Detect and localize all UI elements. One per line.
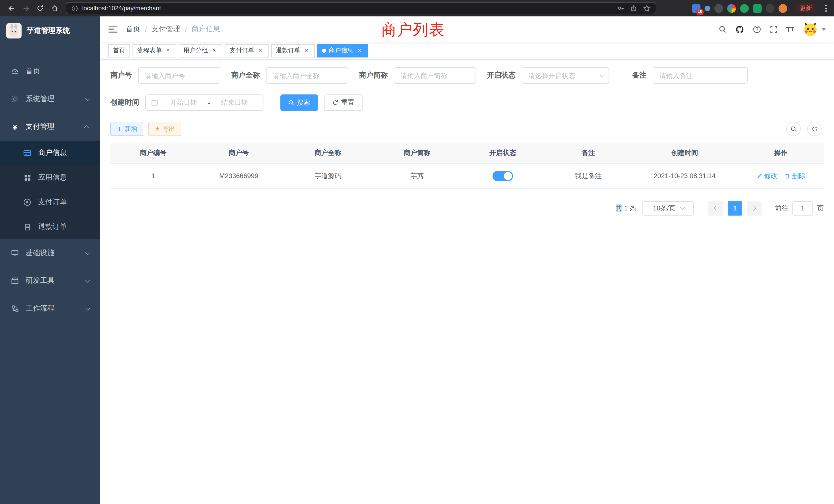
add-button[interactable]: 新增 [110, 122, 143, 136]
sidebar-item-label: 基础设施 [26, 248, 54, 258]
sidebar-item-app-info[interactable]: 应用信息 [0, 165, 100, 190]
tab-refund-order[interactable]: 退款订单× [271, 44, 315, 57]
browser-reload-button[interactable] [34, 2, 46, 14]
next-page-button[interactable] [747, 201, 762, 215]
sidebar-item-refund-order[interactable]: 退款订单 [0, 214, 100, 239]
tab-close-icon[interactable]: × [211, 47, 218, 54]
create-time-field: 创建时间 开始日期 - 结束日期 [110, 94, 263, 111]
breadcrumb-current: 商户信息 [192, 25, 220, 34]
tab-close-icon[interactable]: × [303, 47, 310, 54]
merchant-no-input[interactable] [138, 67, 220, 84]
sidebar-item-workflow[interactable]: 工作流程 [0, 295, 100, 322]
screen: localhost:1024/pay/merchant 10 更新 芋道管理系 [0, 0, 834, 504]
plus-icon [116, 126, 122, 132]
column-header: 商户简称 [374, 143, 460, 163]
tab-flow-form[interactable]: 流程表单× [132, 44, 176, 57]
bookmark-star-icon[interactable] [643, 4, 651, 12]
sidebar-item-payment[interactable]: ¥ 支付管理 [0, 113, 100, 141]
date-start-placeholder: 开始日期 [160, 98, 207, 107]
toolbox-icon [10, 277, 20, 285]
refresh-table-button[interactable] [807, 122, 822, 136]
prev-page-button[interactable] [708, 201, 723, 215]
sidebar-item-pay-order[interactable]: 支付订单 [0, 190, 100, 214]
edit-link[interactable]: 修改 [756, 171, 777, 180]
extension-icon[interactable] [727, 4, 736, 13]
status-toggle[interactable] [492, 171, 513, 181]
extension-icon[interactable]: 10 [692, 4, 701, 13]
fullscreen-icon[interactable] [770, 25, 777, 33]
tab-close-icon[interactable]: × [356, 47, 363, 54]
page-number-button[interactable]: 1 [728, 201, 742, 215]
sidebar-item-label: 工作流程 [26, 304, 54, 313]
date-range-separator: - [207, 99, 211, 107]
browser-back-button[interactable] [5, 2, 18, 14]
reset-button-label: 重置 [341, 98, 354, 107]
profile-avatar-icon[interactable] [778, 4, 787, 13]
user-menu[interactable] [803, 22, 826, 37]
breadcrumb: 首页 / 支付管理 / 商户信息 [126, 25, 220, 34]
logo-rabbit-icon [6, 23, 22, 39]
font-size-icon[interactable]: TT [786, 25, 794, 33]
toggle-search-button[interactable] [786, 122, 800, 136]
search-button[interactable]: 搜索 [280, 94, 318, 111]
sidebar-item-home[interactable]: 首页 [0, 58, 100, 85]
sidebar-item-merchant-info[interactable]: 商户信息 [0, 141, 100, 165]
github-icon[interactable] [735, 25, 744, 33]
password-key-icon[interactable] [617, 5, 624, 12]
tab-close-icon[interactable]: × [257, 47, 264, 54]
breadcrumb-section[interactable]: 支付管理 [152, 25, 180, 34]
export-button[interactable]: 导出 [148, 122, 181, 136]
tab-merchant-info[interactable]: 商户信息× [317, 44, 368, 57]
extensions-puzzle-icon[interactable] [766, 4, 774, 13]
status-select[interactable] [522, 67, 609, 84]
extension-icon[interactable] [714, 4, 723, 13]
chrome-update-button[interactable]: 更新 [794, 3, 817, 13]
search-icon[interactable] [718, 25, 726, 33]
tab-home[interactable]: 首页 [108, 44, 130, 57]
caret-down-icon [822, 28, 826, 30]
reset-button[interactable]: 重置 [324, 94, 363, 111]
main-area: 首页 / 支付管理 / 商户信息 TT [100, 17, 834, 504]
create-time-range-picker[interactable]: 开始日期 - 结束日期 [145, 94, 263, 111]
page-size-value: 10条/页 [653, 204, 676, 213]
status-select-input[interactable] [522, 67, 609, 84]
breadcrumb-home[interactable]: 首页 [126, 25, 140, 34]
help-icon[interactable] [753, 25, 761, 33]
short-name-input[interactable] [394, 67, 476, 84]
tab-close-icon[interactable]: × [164, 47, 172, 54]
tab-pay-order[interactable]: 支付订单× [225, 44, 269, 57]
chevron-down-icon [85, 250, 90, 255]
browser-menu-icon[interactable] [823, 3, 829, 14]
table-row: 1 M233666999 芋道源码 芋艿 我是备注 2021-10-23 08:… [110, 163, 824, 188]
sidebar-item-label: 退款订单 [38, 222, 67, 231]
chevron-right-icon [751, 206, 756, 211]
hamburger-icon[interactable] [108, 26, 117, 33]
extension-icon[interactable] [740, 4, 749, 13]
delete-link[interactable]: 删除 [785, 171, 806, 180]
remark-field: 备注 [632, 67, 748, 84]
extension-icon[interactable] [753, 4, 762, 13]
pagination: 共 1 条 10条/页 1 前往 页 [110, 201, 824, 215]
tab-label: 退款订单 [276, 46, 301, 55]
column-header: 备注 [546, 143, 631, 163]
sidebar-item-infra[interactable]: 基础设施 [0, 239, 100, 267]
site-info-icon[interactable] [71, 5, 78, 12]
short-name-field: 商户简称 [359, 67, 476, 84]
create-time-label: 创建时间 [110, 98, 139, 107]
share-icon[interactable] [630, 5, 637, 12]
address-bar[interactable]: localhost:1024/pay/merchant [66, 2, 656, 14]
full-name-input[interactable] [266, 67, 348, 84]
tab-user-group[interactable]: 用户分组× [179, 44, 222, 57]
browser-home-button[interactable] [48, 2, 61, 14]
sidebar-item-devtools[interactable]: 研发工具 [0, 267, 100, 295]
extension-icon[interactable] [705, 5, 710, 11]
sidebar-item-label: 研发工具 [26, 276, 54, 285]
date-end-placeholder: 结束日期 [211, 98, 258, 107]
app-logo[interactable]: 芋道管理系统 [0, 17, 100, 45]
browser-forward-button[interactable] [20, 2, 32, 14]
remark-input[interactable] [653, 67, 748, 84]
sidebar-item-system[interactable]: 系统管理 [0, 85, 100, 113]
page-size-select[interactable]: 10条/页 [642, 201, 694, 215]
merchant-no-label: 商户号 [110, 71, 132, 80]
page-goto-input[interactable] [792, 201, 813, 215]
